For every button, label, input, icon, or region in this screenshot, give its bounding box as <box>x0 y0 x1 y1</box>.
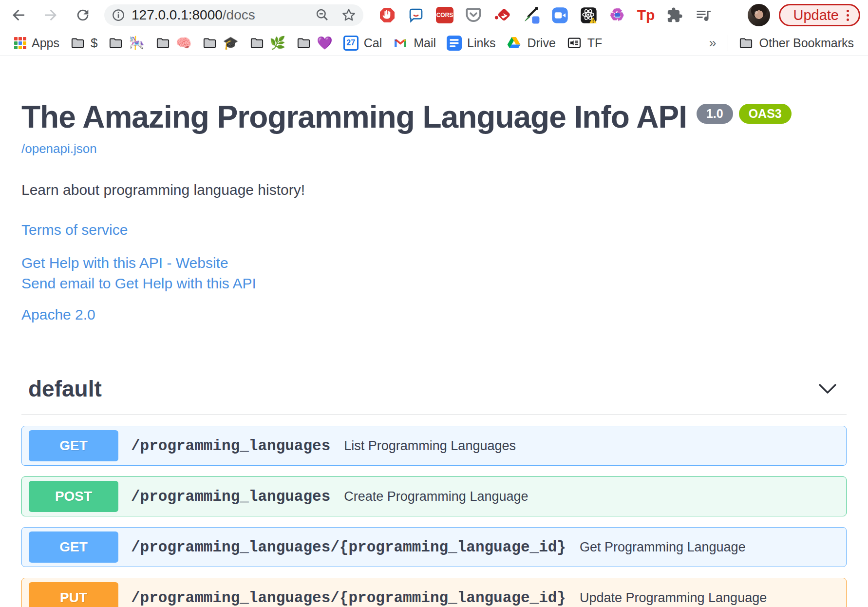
bookmark-folder-dollar[interactable]: $ <box>65 36 103 51</box>
back-arrow-icon <box>10 6 27 24</box>
bookmark-apps[interactable]: Apps <box>9 36 65 50</box>
extension-strip: CORS <box>378 6 713 24</box>
stop-hand-extension-button[interactable] <box>378 6 396 24</box>
red-diamond-arrow-icon <box>493 6 511 24</box>
eyedropper-icon <box>522 6 540 24</box>
recycle-extension-button[interactable]: ♻ <box>608 6 626 24</box>
stop-hand-icon <box>378 6 396 24</box>
pocket-extension-button[interactable] <box>464 6 483 24</box>
chrome-update-button[interactable]: Update <box>779 4 860 26</box>
operation-summary: List Programming Languages <box>344 438 516 454</box>
bookmark-label: Mail <box>414 36 436 50</box>
swagger-docs-page: The Amazing Programming Language Info AP… <box>0 56 868 607</box>
playlist-button[interactable] <box>694 6 713 24</box>
bookmark-drive[interactable]: Drive <box>501 35 561 51</box>
operation-path: /programming_languages <box>131 437 330 455</box>
bookmark-label: Drive <box>527 36 555 50</box>
address-bar[interactable]: 127.0.0.1:8000/docs <box>104 4 363 26</box>
http-method-badge: GET <box>29 531 118 563</box>
red-diamond-extension-button[interactable] <box>493 6 511 24</box>
zoom-extension-button[interactable] <box>550 6 569 24</box>
folder-icon <box>202 36 217 51</box>
folder-icon <box>296 36 311 51</box>
default-tag-section: default GET /programming_languages List … <box>21 376 847 607</box>
bookmark-folder-graduation[interactable]: 🎓 <box>197 36 244 51</box>
react-devtools-icon <box>580 6 598 24</box>
tp-extension-button[interactable]: Tp <box>637 6 655 24</box>
bookmark-folder-brain[interactable]: 🧠 <box>150 36 197 51</box>
bookmark-label: 🧠 <box>176 36 191 51</box>
api-info-links: Terms of service Get Help with this API … <box>21 222 847 323</box>
operation-summary: Create Programming Language <box>344 489 528 504</box>
operation-row-post-create[interactable]: POST /programming_languages Create Progr… <box>21 476 847 516</box>
bookmarks-bar: Apps $ 🎠 🧠 🎓 🌿 💜 27 Cal Mail <box>0 30 868 56</box>
operation-summary: Get Programming Language <box>580 540 746 555</box>
zoom-out-icon[interactable] <box>315 7 330 23</box>
bookmark-folder-carousel[interactable]: 🎠 <box>103 36 150 51</box>
reload-button[interactable] <box>72 4 94 26</box>
reload-icon <box>75 7 91 23</box>
chat-bubble-extension-button[interactable] <box>407 6 425 24</box>
extensions-menu-button[interactable] <box>665 6 684 24</box>
bookmark-folder-purple-heart[interactable]: 💜 <box>291 36 338 51</box>
apps-grid-icon <box>14 37 26 49</box>
api-title-group: The Amazing Programming Language Info AP… <box>21 101 847 133</box>
get-help-website-link[interactable]: Get Help with this API - Website <box>21 255 847 271</box>
operation-path: /programming_languages/{programming_lang… <box>131 539 566 556</box>
bookmark-label: 🎓 <box>223 36 238 51</box>
back-button[interactable] <box>8 4 29 26</box>
operation-row-put-update[interactable]: PUT /programming_languages/{programming_… <box>21 578 847 607</box>
playlist-queue-icon <box>695 6 712 24</box>
bookmark-label: Apps <box>32 36 59 50</box>
eyedropper-extension-button[interactable] <box>522 6 540 24</box>
section-title: default <box>28 376 102 402</box>
get-help-email-link[interactable]: Send email to Get Help with this API <box>21 275 847 292</box>
profile-avatar[interactable] <box>748 4 770 26</box>
bookmarks-divider <box>728 35 728 51</box>
forward-arrow-icon <box>42 6 59 24</box>
folder-icon <box>108 36 123 51</box>
bookmark-mail[interactable]: Mail <box>387 35 441 51</box>
bookmark-label: 💜 <box>317 36 332 51</box>
operation-path: /programming_languages <box>131 488 330 505</box>
oas3-badge: OAS3 <box>739 104 792 124</box>
cors-extension-button[interactable]: CORS <box>435 6 454 24</box>
links-list-icon <box>447 36 462 51</box>
bookmark-star-icon[interactable] <box>341 7 357 23</box>
http-method-badge: POST <box>29 481 118 512</box>
bookmark-label: Links <box>467 36 495 50</box>
bookmarks-overflow-chevron[interactable]: » <box>702 36 723 51</box>
other-bookmarks[interactable]: Other Bookmarks <box>733 36 859 51</box>
http-method-badge: GET <box>29 430 118 461</box>
bookmark-folder-herb[interactable]: 🌿 <box>244 36 291 51</box>
terms-of-service-link[interactable]: Terms of service <box>21 222 847 238</box>
api-description: Learn about programming language history… <box>21 182 847 198</box>
tf-document-icon <box>566 35 582 51</box>
kebab-menu-icon[interactable] <box>847 10 849 21</box>
update-label: Update <box>793 7 839 23</box>
folder-icon <box>738 36 754 51</box>
section-collapse-chevron-icon[interactable] <box>818 383 837 394</box>
react-devtools-extension-button[interactable] <box>579 6 598 24</box>
section-header[interactable]: default <box>21 376 847 415</box>
license-link[interactable]: Apache 2.0 <box>21 306 847 323</box>
version-badge: 1.0 <box>697 104 733 124</box>
bookmark-calendar[interactable]: 27 Cal <box>338 36 388 51</box>
folder-icon <box>249 36 264 51</box>
browser-toolbar: 127.0.0.1:8000/docs CORS <box>0 0 868 30</box>
url-text[interactable]: 127.0.0.1:8000/docs <box>132 7 255 23</box>
operation-row-get-one[interactable]: GET /programming_languages/{programming_… <box>21 527 847 567</box>
page-info-icon[interactable] <box>111 8 126 22</box>
video-camera-icon <box>551 6 569 24</box>
operation-summary: Update Programming Language <box>580 590 767 606</box>
puzzle-icon <box>666 7 683 23</box>
bookmark-links[interactable]: Links <box>441 36 501 51</box>
folder-icon <box>155 36 170 51</box>
forward-button[interactable] <box>40 4 61 26</box>
operation-row-get-list[interactable]: GET /programming_languages List Programm… <box>21 426 847 466</box>
openapi-spec-link[interactable]: /openapi.json <box>21 141 97 156</box>
google-drive-icon <box>506 35 522 51</box>
bookmark-tf[interactable]: TF <box>561 35 608 51</box>
bookmark-label: 🎠 <box>129 36 144 51</box>
recycle-core-grid <box>615 13 620 18</box>
